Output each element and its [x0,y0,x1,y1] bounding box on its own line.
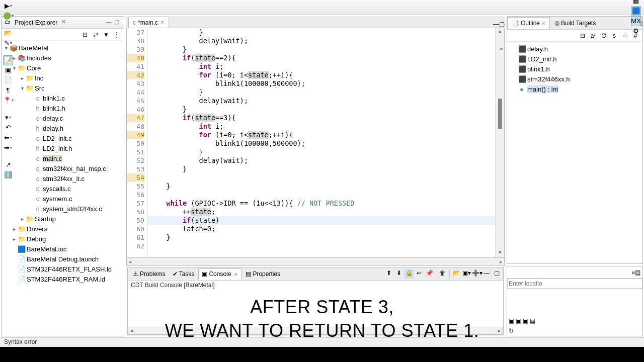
code-editor[interactable]: } delay(wait); } if(state==2){ int i; fo… [148,28,495,257]
editor-vscrollbar[interactable]: ▴ ▾ [495,28,504,257]
back-icon[interactable]: ⬅ [3,133,13,143]
console-hscrollbar[interactable]: ◂▸ [128,327,503,335]
export-icon[interactable]: ↗ [3,160,13,170]
locate-b4[interactable]: ▤ [530,317,535,324]
outline-hide-nonpublic-icon[interactable]: ○ [621,32,629,40]
outline-delay-h[interactable]: ⬛delay.h [509,44,640,54]
tab-problems[interactable]: ⚠Problems [130,268,169,280]
tab-build-targets[interactable]: ◎ Build Targets [550,17,600,29]
collapse-all-icon[interactable]: ⊟ [81,31,89,39]
file-it-c[interactable]: cstm32f4xx_it.c [3,173,123,184]
perspective-c-icon[interactable]: 🟦 [631,6,641,16]
tab-properties[interactable]: ▤Properties [243,268,283,280]
console-scrolllock-icon[interactable]: 🔒 [405,269,414,279]
link-editor-icon[interactable]: ⇄ [92,31,100,39]
console-pin-icon[interactable]: 📌 [425,269,434,279]
filter-icon[interactable]: ▼ [102,31,110,39]
down-arrow-icon[interactable]: ▾ [3,113,13,123]
scroll-up-icon[interactable]: ▴ [496,28,504,36]
highlight-icon[interactable]: 📝 [3,55,13,65]
folder-debug[interactable]: ▸📁Debug [3,234,123,244]
folder-inc[interactable]: ▸📁Inc [3,73,123,83]
file-main-c[interactable]: cmain.c [3,153,123,163]
locate-b3[interactable]: ▣ [523,317,528,324]
locate-b2[interactable]: ▣ [516,317,521,324]
locate-input[interactable] [507,279,642,289]
console-wrap-icon[interactable]: ↩ [415,269,424,279]
file-ioc[interactable]: 🟦BareMetal.ioc [3,244,123,254]
explorer-maximize-icon[interactable]: ▢ [113,19,121,27]
line-number-gutter[interactable]: 3738394041424344454647484950515253545556… [127,28,148,257]
info-icon[interactable]: ℹ️ [3,170,13,180]
file-flash-ld[interactable]: 📄STM32F446RETX_FLASH.ld [3,264,123,274]
file-syscalls-c[interactable]: csyscalls.c [3,184,123,194]
file-ld2init-h[interactable]: hLD2_init.h [3,143,123,153]
outline-main-fn[interactable]: ●main() : int [509,84,640,94]
folder-startup[interactable]: ▸📁Startup [3,214,123,224]
menu-icon[interactable]: ⋮ [113,31,121,39]
close-icon[interactable]: ✕ [541,21,545,26]
project-baremetal[interactable]: ▾📦BareMetal [3,43,123,53]
console-down-icon[interactable]: ⬇ [394,269,404,279]
folder-src[interactable]: ▾📁Src [3,83,123,93]
coverage-icon[interactable]: 🟢 [3,11,13,21]
editor-tab-main-c[interactable]: c *main.c ✕ [128,17,169,28]
file-delay-c[interactable]: cdelay.c [3,113,123,123]
locate-toggle-icon[interactable]: »▤ [631,269,640,276]
outline-list[interactable]: ⬛delay.h⬛LD2_init.h⬛blink1.h⬛stm32f446xx… [507,42,642,263]
editor-tab-label: *main.c [138,19,158,26]
console-open-icon[interactable]: 📂 [452,269,461,279]
file-ram-ld[interactable]: 📄STM32F446RETX_RAM.ld [3,274,123,284]
file-blink1-h[interactable]: hblink1.h [3,103,123,113]
console-up-icon[interactable]: ⬆ [384,269,393,279]
close-icon[interactable]: ✕ [160,19,165,26]
console-max-icon[interactable]: ▢ [492,269,501,279]
file-delay-h[interactable]: hdelay.h [3,123,123,133]
open-folder-icon[interactable]: 📂 [3,28,13,38]
locate-refresh-icon[interactable]: ↻ [509,327,514,334]
file-sysmem-c[interactable]: csysmem.c [3,194,123,204]
tab-tasks[interactable]: ✔Tasks [170,268,198,280]
pin-icon[interactable]: 📍 [3,96,13,106]
tab-console[interactable]: ▣Console✕ [198,268,242,280]
console-new-icon[interactable]: ➕▾ [472,269,481,279]
editor-minimize-icon[interactable]: — [493,21,499,28]
file-blink1-c[interactable]: cblink1.c [3,93,123,103]
run-play-icon[interactable]: ▶ [3,1,13,11]
file-ld2init-c[interactable]: cLD2_init.c [3,133,123,143]
outline-hide-static-icon[interactable]: s [610,32,618,40]
block-icon[interactable]: ▣ [3,65,13,75]
scroll-down-icon[interactable]: ▾ [496,249,504,257]
outline-ld2init-h[interactable]: ⬛LD2_init.h [509,54,640,64]
prev-edit-icon[interactable]: ↶ [3,123,13,133]
folder-core[interactable]: ▾📁Core [3,63,123,73]
folder-drivers[interactable]: ▸📁Drivers [3,224,123,234]
console-min-icon[interactable]: — [482,269,491,279]
file-halmsp-c[interactable]: cstm32f4xx_hal_msp.c [3,163,123,173]
outline-collapse-icon[interactable]: ⊟ [579,32,587,40]
file-system-c[interactable]: csystem_stm32f4xx.c [3,204,123,214]
edit-pen-icon[interactable]: ✎ [3,38,13,48]
outline-blink1-h[interactable]: ⬛blink1.h [509,64,640,74]
file-launch[interactable]: 📄BareMetal Debug.launch [3,254,123,264]
console-clear-icon[interactable]: 🗑 [438,269,447,279]
perspective-open-icon[interactable]: ▦ [631,0,641,6]
perspective-mx-icon[interactable]: MX [631,16,641,26]
explorer-close-icon[interactable]: ✕ [59,19,67,27]
gear-icon[interactable]: ⚙ [631,26,641,36]
folder-includes[interactable]: ▸📚Includes [3,53,123,63]
editor-maximize-icon[interactable]: ▢ [499,21,505,28]
outline-sort-icon[interactable]: aᶻ [589,32,597,40]
editor-hscrollbar[interactable]: ◂▸ [126,258,505,266]
console-display-icon[interactable]: ▣▾ [462,269,471,279]
doc-icon[interactable]: 📄 [3,75,13,85]
tab-outline[interactable]: 📑 Outline ✕ [507,17,550,29]
project-tree[interactable]: ▾📦BareMetal▸📚Includes▾📁Core▸📁Inc▾📁Srccbl… [2,41,124,336]
forward-icon[interactable]: ➡ [3,143,13,153]
explorer-minimize-icon[interactable]: — [105,19,113,27]
outline-stm32-h[interactable]: ⬛stm32f446xx.h [509,74,640,84]
paragraph-icon[interactable]: ¶ [3,85,13,96]
console-output[interactable] [128,291,503,327]
locate-b1[interactable]: ▣ [509,317,514,324]
outline-hide-fields-icon[interactable]: ∅ [600,32,608,40]
